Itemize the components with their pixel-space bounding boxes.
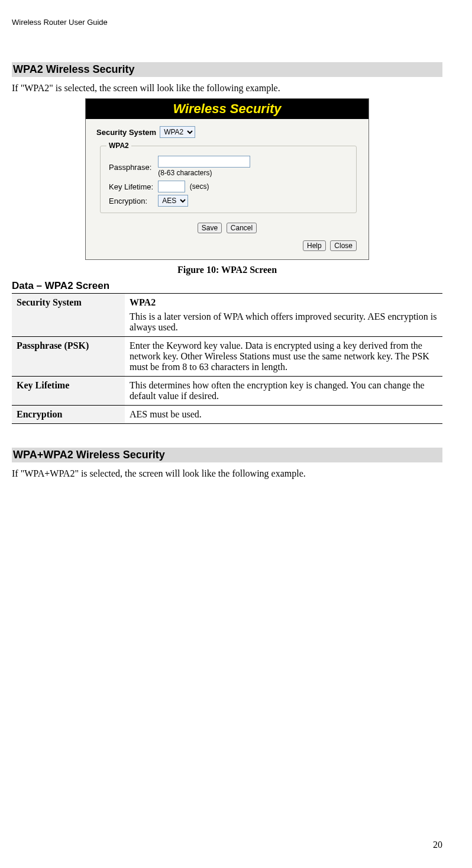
table-value: WPA2 This is a later version of WPA whic… xyxy=(125,294,442,337)
encryption-select[interactable]: AES xyxy=(158,195,188,207)
passphrase-label: Passphrase: xyxy=(109,163,151,172)
table-row: Key Lifetime This determines how often t… xyxy=(12,377,442,406)
section-heading-wpa-wpa2: WPA+WPA2 Wireless Security xyxy=(12,448,442,462)
data-section-heading: Data – WPA2 Screen xyxy=(12,280,442,292)
data-table: Security System WPA2 This is a later ver… xyxy=(12,293,442,424)
table-row: Encryption AES must be used. xyxy=(12,406,442,424)
page-header: Wireless Router User Guide xyxy=(12,18,442,27)
help-button[interactable]: Help xyxy=(303,240,326,251)
cell-body: This is a later version of WPA which off… xyxy=(130,311,438,333)
figure-titlebar: Wireless Security xyxy=(86,99,368,119)
figure-caption: Figure 10: WPA2 Screen xyxy=(12,265,442,275)
passphrase-input[interactable] xyxy=(158,156,250,168)
key-lifetime-input[interactable] xyxy=(158,181,185,192)
cell-body: This determines how often the encryption… xyxy=(130,380,438,401)
table-key: Security System xyxy=(12,294,125,337)
key-lifetime-label: Key Lifetime: xyxy=(109,182,153,191)
table-row: Passphrase (PSK) Enter the Keyword key v… xyxy=(12,337,442,377)
save-button[interactable]: Save xyxy=(198,223,222,233)
page-number: 20 xyxy=(433,840,442,850)
encryption-label: Encryption: xyxy=(109,197,147,205)
table-value: This determines how often the encryption… xyxy=(125,377,442,406)
figure-screenshot: Wireless Security Security System WPA2 W… xyxy=(85,98,369,260)
security-system-select[interactable]: WPA2 xyxy=(160,126,195,138)
cell-body: Enter the Keyword key value. Data is enc… xyxy=(130,340,438,372)
section1-intro: If "WPA2" is selected, the screen will l… xyxy=(12,83,442,94)
table-value: AES must be used. xyxy=(125,406,442,424)
key-lifetime-unit: (secs) xyxy=(190,182,209,191)
passphrase-hint: (8-63 characters) xyxy=(158,169,212,177)
section2-intro: If "WPA+WPA2" is selected, the screen wi… xyxy=(12,468,442,479)
table-key: Passphrase (PSK) xyxy=(12,337,125,377)
wpa2-fieldset: WPA2 Passphrase: (8-63 characters) xyxy=(100,142,357,213)
table-value: Enter the Keyword key value. Data is enc… xyxy=(125,337,442,377)
cell-body: AES must be used. xyxy=(130,409,438,420)
table-key: Encryption xyxy=(12,406,125,424)
section-heading-wpa2: WPA2 Wireless Security xyxy=(12,62,442,77)
close-button[interactable]: Close xyxy=(330,240,357,251)
table-key: Key Lifetime xyxy=(12,377,125,406)
wpa2-legend: WPA2 xyxy=(106,142,131,150)
cell-head: WPA2 xyxy=(130,297,438,308)
table-row: Security System WPA2 This is a later ver… xyxy=(12,294,442,337)
cancel-button[interactable]: Cancel xyxy=(227,223,257,233)
security-system-label: Security System xyxy=(96,128,156,137)
